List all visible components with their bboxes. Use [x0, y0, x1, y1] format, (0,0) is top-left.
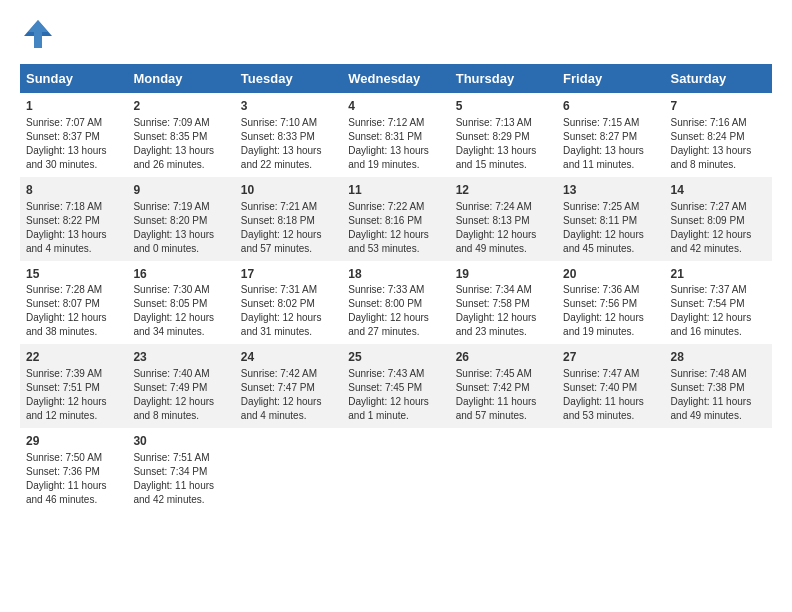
day-cell: 4Sunrise: 7:12 AMSunset: 8:31 PMDaylight…	[342, 93, 449, 177]
header-cell-monday: Monday	[127, 64, 234, 93]
day-cell: 29Sunrise: 7:50 AMSunset: 7:36 PMDayligh…	[20, 428, 127, 512]
day-number: 23	[133, 349, 228, 366]
page-header	[20, 16, 772, 52]
day-cell	[342, 428, 449, 512]
day-cell: 13Sunrise: 7:25 AMSunset: 8:11 PMDayligh…	[557, 177, 664, 261]
header-cell-friday: Friday	[557, 64, 664, 93]
day-number: 24	[241, 349, 336, 366]
day-number: 3	[241, 98, 336, 115]
day-number: 16	[133, 266, 228, 283]
day-number: 5	[456, 98, 551, 115]
day-cell: 14Sunrise: 7:27 AMSunset: 8:09 PMDayligh…	[665, 177, 772, 261]
day-number: 2	[133, 98, 228, 115]
day-cell: 20Sunrise: 7:36 AMSunset: 7:56 PMDayligh…	[557, 261, 664, 345]
day-cell: 26Sunrise: 7:45 AMSunset: 7:42 PMDayligh…	[450, 344, 557, 428]
day-number: 28	[671, 349, 766, 366]
header-cell-thursday: Thursday	[450, 64, 557, 93]
day-number: 15	[26, 266, 121, 283]
day-cell: 7Sunrise: 7:16 AMSunset: 8:24 PMDaylight…	[665, 93, 772, 177]
day-number: 30	[133, 433, 228, 450]
header-cell-wednesday: Wednesday	[342, 64, 449, 93]
day-number: 10	[241, 182, 336, 199]
day-number: 25	[348, 349, 443, 366]
week-row-1: 1Sunrise: 7:07 AMSunset: 8:37 PMDaylight…	[20, 93, 772, 177]
day-cell: 23Sunrise: 7:40 AMSunset: 7:49 PMDayligh…	[127, 344, 234, 428]
page-container: SundayMondayTuesdayWednesdayThursdayFrid…	[0, 0, 792, 522]
day-cell: 3Sunrise: 7:10 AMSunset: 8:33 PMDaylight…	[235, 93, 342, 177]
day-number: 26	[456, 349, 551, 366]
day-number: 18	[348, 266, 443, 283]
day-cell: 28Sunrise: 7:48 AMSunset: 7:38 PMDayligh…	[665, 344, 772, 428]
header-cell-sunday: Sunday	[20, 64, 127, 93]
header-row: SundayMondayTuesdayWednesdayThursdayFrid…	[20, 64, 772, 93]
header-cell-saturday: Saturday	[665, 64, 772, 93]
day-cell	[450, 428, 557, 512]
day-cell	[665, 428, 772, 512]
day-number: 21	[671, 266, 766, 283]
day-number: 9	[133, 182, 228, 199]
week-row-5: 29Sunrise: 7:50 AMSunset: 7:36 PMDayligh…	[20, 428, 772, 512]
day-number: 4	[348, 98, 443, 115]
day-cell	[557, 428, 664, 512]
calendar-header: SundayMondayTuesdayWednesdayThursdayFrid…	[20, 64, 772, 93]
logo	[20, 16, 60, 52]
week-row-3: 15Sunrise: 7:28 AMSunset: 8:07 PMDayligh…	[20, 261, 772, 345]
day-number: 29	[26, 433, 121, 450]
day-cell: 21Sunrise: 7:37 AMSunset: 7:54 PMDayligh…	[665, 261, 772, 345]
day-number: 20	[563, 266, 658, 283]
day-cell: 30Sunrise: 7:51 AMSunset: 7:34 PMDayligh…	[127, 428, 234, 512]
day-number: 7	[671, 98, 766, 115]
day-cell: 11Sunrise: 7:22 AMSunset: 8:16 PMDayligh…	[342, 177, 449, 261]
day-cell: 22Sunrise: 7:39 AMSunset: 7:51 PMDayligh…	[20, 344, 127, 428]
day-cell: 12Sunrise: 7:24 AMSunset: 8:13 PMDayligh…	[450, 177, 557, 261]
day-cell: 17Sunrise: 7:31 AMSunset: 8:02 PMDayligh…	[235, 261, 342, 345]
day-number: 11	[348, 182, 443, 199]
day-number: 14	[671, 182, 766, 199]
day-number: 13	[563, 182, 658, 199]
week-row-2: 8Sunrise: 7:18 AMSunset: 8:22 PMDaylight…	[20, 177, 772, 261]
day-cell: 18Sunrise: 7:33 AMSunset: 8:00 PMDayligh…	[342, 261, 449, 345]
calendar-body: 1Sunrise: 7:07 AMSunset: 8:37 PMDaylight…	[20, 93, 772, 512]
day-number: 19	[456, 266, 551, 283]
day-cell: 25Sunrise: 7:43 AMSunset: 7:45 PMDayligh…	[342, 344, 449, 428]
day-cell: 5Sunrise: 7:13 AMSunset: 8:29 PMDaylight…	[450, 93, 557, 177]
day-cell: 8Sunrise: 7:18 AMSunset: 8:22 PMDaylight…	[20, 177, 127, 261]
week-row-4: 22Sunrise: 7:39 AMSunset: 7:51 PMDayligh…	[20, 344, 772, 428]
day-cell	[235, 428, 342, 512]
day-cell: 24Sunrise: 7:42 AMSunset: 7:47 PMDayligh…	[235, 344, 342, 428]
day-cell: 9Sunrise: 7:19 AMSunset: 8:20 PMDaylight…	[127, 177, 234, 261]
day-cell: 10Sunrise: 7:21 AMSunset: 8:18 PMDayligh…	[235, 177, 342, 261]
day-cell: 1Sunrise: 7:07 AMSunset: 8:37 PMDaylight…	[20, 93, 127, 177]
day-number: 12	[456, 182, 551, 199]
day-cell: 27Sunrise: 7:47 AMSunset: 7:40 PMDayligh…	[557, 344, 664, 428]
day-cell: 6Sunrise: 7:15 AMSunset: 8:27 PMDaylight…	[557, 93, 664, 177]
header-cell-tuesday: Tuesday	[235, 64, 342, 93]
day-cell: 19Sunrise: 7:34 AMSunset: 7:58 PMDayligh…	[450, 261, 557, 345]
day-cell: 2Sunrise: 7:09 AMSunset: 8:35 PMDaylight…	[127, 93, 234, 177]
logo-icon	[20, 16, 56, 52]
day-cell: 16Sunrise: 7:30 AMSunset: 8:05 PMDayligh…	[127, 261, 234, 345]
day-number: 1	[26, 98, 121, 115]
day-number: 27	[563, 349, 658, 366]
day-number: 17	[241, 266, 336, 283]
day-number: 22	[26, 349, 121, 366]
calendar-table: SundayMondayTuesdayWednesdayThursdayFrid…	[20, 64, 772, 512]
day-number: 8	[26, 182, 121, 199]
day-number: 6	[563, 98, 658, 115]
day-cell: 15Sunrise: 7:28 AMSunset: 8:07 PMDayligh…	[20, 261, 127, 345]
